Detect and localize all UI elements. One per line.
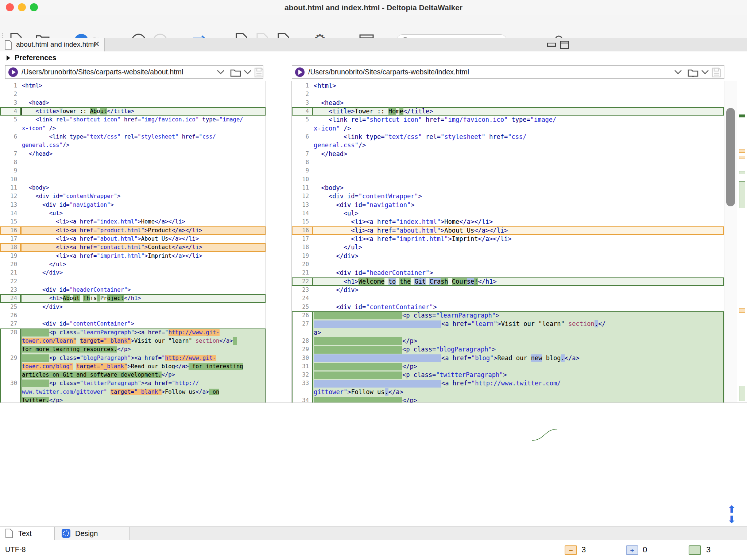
scrollbar-thumb[interactable] (726, 108, 735, 206)
go-up-arrow-icon[interactable]: ⬆ (728, 505, 736, 514)
vertical-scrollbar[interactable] (725, 81, 737, 402)
code-row[interactable]: 3 <head> (292, 99, 724, 107)
code-row[interactable]: 16 <li><a href="about.html">About Us</a>… (292, 226, 724, 235)
code-text[interactable]: <li><a href="index.html">Home</a></li> (21, 218, 266, 226)
code-row[interactable]: 33<a href="http://www.twitter.com/ (292, 379, 724, 388)
code-text[interactable]: <a href="learn">Visit our "learn" sectio… (313, 320, 724, 328)
code-text[interactable]: <div id="headerContainer"> (21, 286, 266, 294)
code-text[interactable]: <li><a href="contact.html">Contact</a></… (21, 243, 266, 252)
path-dropdown-chevron-icon[interactable] (674, 70, 682, 75)
maximize-pane-icon[interactable] (560, 41, 569, 49)
ruler-diff-marker[interactable] (739, 149, 745, 153)
preferences-section[interactable]: Preferences (0, 51, 747, 65)
code-row[interactable]: general.css"/> (0, 141, 266, 149)
code-row[interactable]: 27 <div id="contentContainer"> (0, 320, 266, 328)
code-row[interactable]: 9 (292, 167, 724, 175)
code-row[interactable]: for more learning resources.</p> (0, 345, 266, 354)
ruler-diff-marker[interactable] (739, 171, 745, 174)
code-text[interactable] (313, 294, 724, 303)
code-row[interactable]: 3 <head> (0, 99, 266, 107)
code-row[interactable]: 28</p> (292, 337, 724, 345)
code-row[interactable]: 32<p class="twitterParagraph"> (292, 371, 724, 379)
code-text[interactable]: <a href="http://www.twitter.com/ (313, 379, 724, 388)
code-row[interactable]: 7 </head> (0, 150, 266, 158)
code-row[interactable]: 25 </div> (0, 303, 266, 311)
code-text[interactable]: <li><a href="index.html">Home</a></li> (313, 218, 724, 226)
save-icon[interactable] (254, 67, 264, 78)
code-row[interactable]: 25 <div id="contentContainer"> (292, 303, 724, 311)
code-text[interactable] (21, 90, 266, 98)
code-row[interactable]: 13 <div id="navigation"> (292, 201, 724, 209)
save-icon[interactable] (712, 67, 721, 78)
code-row[interactable]: 24 <h1>About This Project</h1> (0, 294, 266, 303)
code-row[interactable]: tower.com/learn" target="_blank">Visit o… (0, 337, 266, 345)
code-row[interactable]: 6 <link type="text/css" rel="stylesheet"… (292, 133, 724, 141)
code-text[interactable]: for more learning resources.</p> (21, 345, 266, 354)
code-text[interactable]: <li><a href="product.html">Product</a></… (21, 226, 266, 235)
code-text[interactable]: </div> (313, 252, 724, 260)
code-row[interactable]: 5 <link rel="shortcut icon" href="img/fa… (292, 116, 724, 124)
code-row[interactable]: 31</p> (292, 362, 724, 371)
path-dropdown-chevron-icon[interactable] (216, 70, 225, 75)
code-text[interactable]: <title>Tower :: Home</title> (313, 107, 724, 116)
code-row[interactable]: 30<p class="twitterParagraph"><a href="h… (0, 379, 266, 388)
code-row[interactable]: 8 (0, 158, 266, 167)
folder-dropdown-chevron-icon[interactable] (701, 70, 709, 75)
code-text[interactable]: <div id="headerContainer"> (313, 269, 724, 277)
code-text[interactable]: x-icon" /> (313, 124, 724, 133)
code-text[interactable] (21, 311, 266, 320)
code-text[interactable]: <ul> (313, 209, 724, 218)
code-row[interactable]: 15 <li><a href="index.html">Home</a></li… (292, 218, 724, 226)
code-text[interactable]: tower.com/learn" target="_blank">Visit o… (21, 337, 266, 345)
code-text[interactable]: </head> (21, 150, 266, 158)
code-row[interactable]: 15 <li><a href="index.html">Home</a></li… (0, 218, 266, 226)
code-text[interactable]: <h1>Welcome to the Git Crash Course!</h1… (313, 277, 724, 286)
code-text[interactable]: tower.com/blog" target="_blank">Read our… (21, 362, 266, 371)
code-row[interactable]: 22 (0, 277, 266, 286)
go-down-arrow-icon[interactable]: ⬇ (728, 515, 736, 524)
code-row[interactable]: 12 <div id="contentWrapper"> (292, 192, 724, 201)
ruler-diff-marker[interactable] (739, 181, 745, 208)
code-text[interactable]: x-icon" /> (21, 124, 266, 133)
code-row[interactable]: 17 <li><a href="about.html">About Us</a>… (0, 235, 266, 243)
code-row[interactable]: 7 </head> (292, 150, 724, 158)
code-row[interactable]: 2 (292, 90, 724, 98)
code-text[interactable]: www.twitter.com/gittower" target="_blank… (21, 388, 266, 396)
ruler-diff-marker[interactable] (739, 156, 745, 159)
code-row[interactable]: 5 <link rel="shortcut icon" href="img/fa… (0, 116, 266, 124)
ruler-diff-marker[interactable] (739, 386, 745, 401)
code-text[interactable]: </div> (313, 286, 724, 294)
code-text[interactable]: </div> (21, 269, 266, 277)
code-text[interactable]: <div id="contentContainer"> (313, 303, 724, 311)
code-row[interactable]: 27<a href="learn">Visit our "learn" sect… (292, 320, 724, 328)
browse-folder-icon[interactable] (688, 68, 698, 77)
code-text[interactable] (21, 167, 266, 175)
code-row[interactable]: 10 (292, 175, 724, 184)
code-text[interactable]: <div id="contentWrapper"> (313, 192, 724, 201)
code-text[interactable]: <body> (313, 184, 724, 192)
code-text[interactable]: <li><a href="imprint.html">Imprint</a></… (313, 235, 724, 243)
code-text[interactable]: <link type="text/css" rel="stylesheet" h… (21, 133, 266, 141)
code-row[interactable]: 11 <body> (292, 184, 724, 192)
code-row[interactable]: 14 <ul> (292, 209, 724, 218)
code-row[interactable]: www.twitter.com/gittower" target="_blank… (0, 388, 266, 396)
code-text[interactable]: <link rel="shortcut icon" href="img/favi… (21, 116, 266, 124)
code-row[interactable]: 18 <li><a href="contact.html">Contact</a… (0, 243, 266, 252)
browse-folder-icon[interactable] (230, 68, 241, 77)
left-file-path-bar[interactable]: /Users/brunobrito/Sites/carparts-website… (5, 65, 263, 79)
code-text[interactable]: <body> (21, 184, 266, 192)
code-text[interactable]: <li><a href="about.html">About Us</a></l… (313, 226, 724, 235)
comparison-tab[interactable]: about.html and index.html ✕ (0, 38, 105, 51)
code-text[interactable]: <title>Tower :: About</title> (21, 107, 266, 116)
code-text[interactable]: <p class="blogParagraph"><a href="http:/… (21, 354, 266, 362)
code-text[interactable]: <html> (21, 82, 266, 90)
code-text[interactable]: </p> (313, 396, 724, 402)
code-row[interactable]: 22 <h1>Welcome to the Git Crash Course!<… (292, 277, 724, 286)
code-text[interactable]: </p> (313, 362, 724, 371)
ruler-diff-marker[interactable] (739, 114, 745, 117)
code-text[interactable]: general.css"/> (21, 141, 266, 149)
code-text[interactable]: gittower">Follow us.</a> (313, 388, 724, 396)
code-row[interactable]: 14 <ul> (0, 209, 266, 218)
code-text[interactable]: articles on Git and software development… (21, 371, 266, 379)
code-row[interactable]: gittower">Follow us.</a> (292, 388, 724, 396)
